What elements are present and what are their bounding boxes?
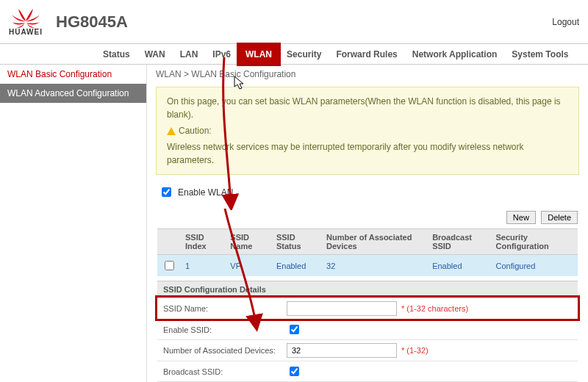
top-nav: Status WAN LAN IPv6 WLAN Security Forwar… (0, 44, 588, 65)
enable-wlan-checkbox[interactable] (162, 187, 171, 197)
cell-ssid-index: 1 (181, 255, 226, 277)
table-row[interactable]: 1 VF Enabled 32 Enabled Configured (157, 255, 578, 277)
th-broadcast: Broadcast SSID (428, 229, 491, 255)
broadcast-label: Broadcast SSID: (157, 363, 282, 381)
row-num-assoc: Number of Associated Devices: * (1-32) (157, 339, 578, 361)
ssid-config-subhead: SSID Configuration Details (157, 281, 578, 298)
cell-broadcast: Enabled (428, 255, 491, 277)
th-ssid-index: SSID Index (181, 229, 226, 255)
breadcrumb: WLAN > WLAN Basic Configuration (147, 65, 588, 84)
ssid-name-input[interactable] (287, 301, 397, 316)
brand-text: HUAWEI (9, 28, 43, 36)
info-line2: Wireless network services may be interru… (167, 140, 568, 167)
th-security: Security Configuration (492, 229, 578, 255)
warning-icon (167, 127, 176, 135)
logout-link[interactable]: Logout (552, 17, 579, 27)
delete-button[interactable]: Delete (541, 211, 578, 224)
cell-ssid-status: Enabled (272, 255, 322, 277)
num-assoc-label: Number of Associated Devices: (157, 342, 282, 359)
header: HUAWEI HG8045A Logout (0, 0, 588, 44)
th-ssid-status: SSID Status (272, 229, 322, 255)
main-wrap: WLAN Basic Configuration WLAN Advanced C… (0, 65, 588, 382)
broadcast-checkbox[interactable] (290, 367, 299, 376)
nav-netapp[interactable]: Network Application (405, 44, 505, 65)
nav-systools[interactable]: System Tools (504, 44, 576, 65)
huawei-logo: HUAWEI (9, 7, 43, 36)
info-line1: On this page, you can set basic WLAN par… (167, 95, 568, 121)
ssid-name-hint: * (1-32 characters) (401, 304, 468, 313)
sidebar: WLAN Basic Configuration WLAN Advanced C… (0, 65, 147, 382)
num-assoc-input[interactable] (287, 343, 397, 358)
enable-ssid-checkbox[interactable] (290, 325, 299, 334)
enable-wlan-label: Enable WLAN (178, 187, 233, 198)
ssid-form: SSID Name: * (1-32 characters) Enable SS… (157, 298, 578, 382)
num-assoc-hint: * (1-32) (401, 346, 429, 355)
ssid-table: SSID Index SSID Name SSID Status Number … (157, 228, 578, 276)
table-header-row: SSID Index SSID Name SSID Status Number … (157, 229, 578, 255)
nav-ipv6[interactable]: IPv6 (205, 44, 238, 65)
sidebar-wlan-advanced[interactable]: WLAN Advanced Configuration (0, 84, 146, 103)
content: WLAN > WLAN Basic Configuration On this … (147, 65, 588, 382)
row-select-checkbox[interactable] (165, 261, 174, 270)
row-ssid-name: SSID Name: * (1-32 characters) (157, 298, 578, 319)
cell-ssid-name: VF (226, 255, 272, 277)
nav-wlan[interactable]: WLAN (238, 44, 279, 65)
nav-lan[interactable]: LAN (173, 44, 206, 65)
enable-ssid-label: Enable SSID: (157, 321, 282, 339)
nav-status[interactable]: Status (96, 44, 137, 65)
row-enable-ssid: Enable SSID: (157, 319, 578, 339)
nav-forward[interactable]: Forward Rules (329, 44, 404, 65)
info-box: On this page, you can set basic WLAN par… (156, 87, 579, 175)
th-num-assoc: Number of Associated Devices (322, 229, 428, 255)
th-ssid-name: SSID Name (226, 229, 272, 255)
model-title: HG8045A (56, 12, 128, 32)
caution-label: Caution: (179, 124, 212, 137)
cell-assoc: 32 (322, 255, 428, 277)
new-button[interactable]: New (506, 211, 536, 224)
ssid-name-label: SSID Name: (157, 300, 282, 317)
nav-security[interactable]: Security (279, 44, 329, 65)
cell-security: Configured (492, 255, 578, 277)
row-broadcast: Broadcast SSID: (157, 361, 578, 381)
nav-wan[interactable]: WAN (137, 44, 173, 65)
huawei-logo-icon (10, 7, 42, 29)
sidebar-wlan-basic[interactable]: WLAN Basic Configuration (0, 65, 146, 84)
